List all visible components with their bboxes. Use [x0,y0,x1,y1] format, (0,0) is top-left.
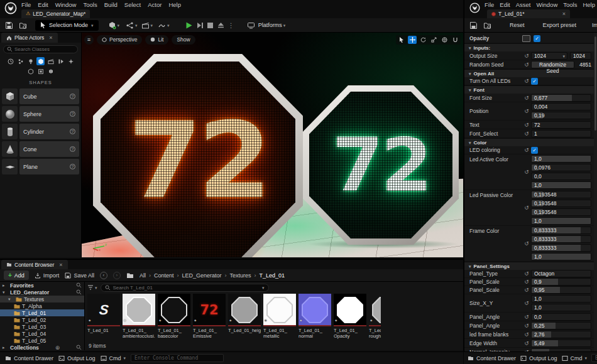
section-inputs[interactable]: ▾Inputs: [464,43,594,51]
reset-to-default-icon[interactable]: ↺ [522,108,531,114]
cinematic-icon[interactable] [47,57,55,65]
asset-t-led-01-basecolor[interactable]: * T_Led_01_basecolor [158,294,190,348]
add-actor-dropdown[interactable]: ▾ [108,21,120,29]
menu-tools[interactable]: Tools [563,1,577,8]
reset-to-default-icon[interactable]: ↺ [522,287,531,293]
asset-t-led-01-emissive[interactable]: 72* T_Led_01_Emissive [193,294,226,348]
search-icon[interactable] [76,345,82,350]
tree-collections[interactable]: ▸Collections⊕ [0,344,84,350]
reset-to-default-icon[interactable]: ↺ [522,240,531,247]
menu-edit[interactable]: Edit [500,1,510,8]
menu-help[interactable]: Help [168,1,181,8]
led-passive-r-field[interactable]: 0,193548 [531,191,591,198]
blueprints-dropdown[interactable]: ▾ [126,21,138,29]
rotate-tool-icon[interactable] [419,36,427,44]
import-button[interactable]: Import [35,272,60,279]
panel-angle-1-field[interactable]: 0,0 [531,313,591,321]
back-icon[interactable]: ‹ [100,272,107,279]
led-passive-g-field[interactable]: 0,193548 [531,200,591,207]
frame-g-field[interactable]: 0,833333 [531,235,591,243]
led-active-b-field[interactable]: 0,0 [531,173,591,180]
reset-to-default-icon[interactable]: ↺ [522,131,531,137]
export-preset-button[interactable]: Export preset [539,22,581,28]
frame-b-field[interactable]: 0,833333 [531,244,591,252]
font-size-field[interactable]: 0,677 [531,94,591,102]
reset-to-default-icon[interactable]: ↺ [522,340,531,346]
console-command-input[interactable] [131,354,224,362]
forward-icon[interactable]: › [113,272,121,279]
section-color[interactable]: ▾Color [464,138,594,146]
reset-to-default-icon[interactable]: ↺ [522,270,531,277]
asset-t-led-01-height[interactable]: * T_Led_01_height [228,294,261,348]
menu-file[interactable]: File [485,1,494,8]
selection-mode-dropdown[interactable]: Selection Mode ▾ [35,20,99,31]
add-collection-icon[interactable]: ⊕ [55,345,60,351]
reset-to-default-icon[interactable]: ↺ [522,147,531,153]
led-active-g-field[interactable]: 0,0976 [531,164,591,171]
frame-r-field[interactable]: 0,833333 [531,227,591,234]
text-field[interactable]: 72 [531,121,591,129]
led-active-r-field[interactable]: 1,0 [531,155,591,163]
console-command-input[interactable] [591,354,597,362]
shapes-icon[interactable] [36,57,45,65]
menu-tools[interactable]: Tools [83,1,97,8]
seed-value[interactable]: 4851 [579,62,591,68]
tree-favorites[interactable]: ▸Favorites [0,282,84,289]
output-log-button[interactable]: Output Log [520,355,557,361]
reset-to-default-icon[interactable]: ↺ [522,314,531,320]
led-display-red[interactable]: 72 [93,54,303,257]
output-size-x-field[interactable]: 1024▾ [531,52,567,60]
edge-width-field[interactable]: 5,49 [531,340,591,347]
cmd-dropdown[interactable]: Cmd▾ [101,355,126,361]
breadcrumb-all[interactable]: All [140,272,146,279]
panel-scale-2-field[interactable]: 0,95 [531,286,591,294]
place-actor-sphere[interactable]: Sphere? [2,106,79,122]
landscape-dropdown[interactable]: ▾ [158,21,170,29]
geometry-icon[interactable] [36,67,45,75]
asset-search-input[interactable] [113,285,260,291]
asset-t-led-01-normal[interactable]: * T_Led_01_normal [298,294,331,348]
tree-t-led-05[interactable]: T_Led_05 [0,337,84,344]
recently-placed-icon[interactable] [6,57,14,65]
save-all-button[interactable]: Save All [65,272,94,279]
lit-dropdown[interactable]: Lit [145,35,168,45]
frame-a-field[interactable]: 1,0 [531,253,591,260]
section-panel-settings[interactable]: ▾Panel_Settings [464,262,594,270]
cinematics-dropdown[interactable]: ▾ [141,21,153,29]
reset-to-default-icon[interactable]: ↺ [522,122,531,128]
reset-to-default-icon[interactable]: ↺ [522,323,531,329]
menu-build[interactable]: Build [104,1,118,8]
search-icon[interactable] [76,282,82,288]
play-options-kebab-icon[interactable]: ⋮ [228,22,234,29]
close-icon[interactable]: × [59,262,62,268]
led-display-green[interactable]: 72 [303,85,459,245]
tab-place-actors[interactable]: Place Actors × [1,33,58,43]
led-passive-a-field[interactable]: 1,0 [531,217,591,225]
reset-to-default-icon[interactable]: ↺ [522,331,531,338]
led-active-a-field[interactable]: 1,0 [531,181,591,189]
show-dropdown[interactable]: Show [172,35,195,45]
asset-t-led-01-metallic[interactable]: * T_Led_01_metallic [263,294,296,348]
panel-scale-1-field[interactable]: 0,9 [531,278,591,286]
place-actor-plane[interactable]: Plane? [2,159,79,174]
tree-t-led-04[interactable]: T_Led_04 [0,330,84,337]
tree-textures[interactable]: ▾Textures [0,296,84,302]
reset-button[interactable]: Reset [506,22,529,28]
details-scrollbar[interactable] [594,33,597,351]
place-actor-cylinder[interactable]: Cylinder? [2,124,79,139]
platforms-dropdown[interactable]: Platforms ▾ [247,21,286,29]
search-options-icon[interactable]: ▾ [262,286,265,290]
panel-angle-2-field[interactable]: 0,25 [531,322,591,329]
tree-t-led-01[interactable]: T_Led_01 [0,309,84,316]
import-preset-button[interactable]: Impor [588,22,597,28]
play-button[interactable] [185,22,192,29]
viewport[interactable]: 72 72 ≡ Perspective Lit [82,33,463,257]
search-icon[interactable] [76,289,82,295]
move-tool-icon[interactable] [408,36,417,44]
panel-type-field[interactable]: Octagon [531,270,591,277]
media-icon[interactable] [57,57,65,65]
save-button[interactable] [469,21,478,29]
reset-to-default-icon[interactable]: ↺ [522,300,531,306]
output-size-y-field[interactable]: 1024 [570,52,591,60]
size-x-field[interactable]: 1,0 [531,295,591,302]
